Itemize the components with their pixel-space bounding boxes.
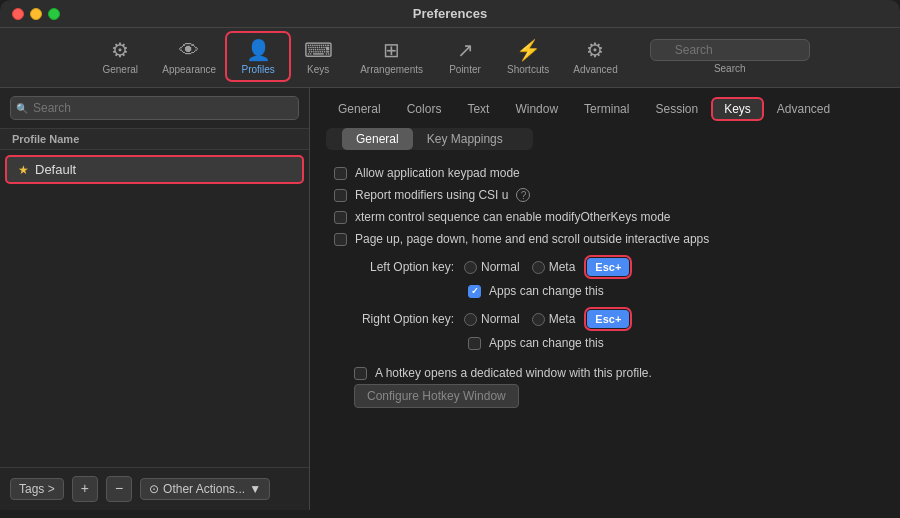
tab-text[interactable]: Text	[455, 98, 501, 120]
right-option-normal-label: Normal	[481, 312, 520, 326]
help-icon[interactable]: ?	[516, 188, 530, 202]
left-option-radio-group: Normal Meta Esc+	[464, 258, 629, 276]
tab-keys[interactable]: Keys	[712, 98, 763, 120]
toolbar-item-advanced[interactable]: ⚙ Advanced	[561, 34, 629, 79]
toolbar-item-keys[interactable]: ⌨ Keys	[288, 34, 348, 79]
checkbox-report-modifiers: Report modifiers using CSI u ?	[334, 188, 876, 202]
right-option-meta-radio[interactable]	[532, 313, 545, 326]
remove-profile-button[interactable]: −	[106, 476, 132, 502]
left-option-normal-label: Normal	[481, 260, 520, 274]
xterm-control-checkbox[interactable]	[334, 211, 347, 224]
right-apps-change-checkbox[interactable]	[468, 337, 481, 350]
subtab-general[interactable]: General	[342, 128, 413, 150]
right-apps-change-label: Apps can change this	[489, 336, 604, 350]
subtabs: General Key Mappings	[326, 128, 533, 150]
toolbar-label-shortcuts: Shortcuts	[507, 64, 549, 75]
tab-colors[interactable]: Colors	[395, 98, 454, 120]
right-option-key-label: Right Option key:	[334, 312, 454, 326]
tags-button[interactable]: Tags >	[10, 478, 64, 500]
toolbar-item-appearance[interactable]: 👁 Appearance	[150, 35, 228, 79]
tab-session[interactable]: Session	[643, 98, 710, 120]
other-actions-button[interactable]: ⊙ Other Actions... ▼	[140, 478, 270, 500]
page-scroll-label: Page up, page down, home and end scroll …	[355, 232, 709, 246]
checkbox-xterm-control: xterm control sequence can enable modify…	[334, 210, 876, 224]
sidebar-search-area	[0, 88, 309, 129]
left-option-esc-button[interactable]: Esc+	[587, 258, 629, 276]
left-apps-change-checkbox[interactable]	[468, 285, 481, 298]
toolbar-item-pointer[interactable]: ↗ Pointer	[435, 34, 495, 79]
xterm-control-label: xterm control sequence can enable modify…	[355, 210, 671, 224]
report-modifiers-checkbox[interactable]	[334, 189, 347, 202]
toolbar-search-input[interactable]	[650, 39, 810, 61]
hotkey-row: A hotkey opens a dedicated window with t…	[354, 366, 876, 380]
left-option-normal-radio[interactable]	[464, 261, 477, 274]
tab-general[interactable]: General	[326, 98, 393, 120]
toolbar-item-general[interactable]: ⚙ General	[90, 34, 150, 79]
sidebar-footer: Tags > + − ⊙ Other Actions... ▼	[0, 467, 309, 510]
sidebar-item-label: Default	[35, 162, 76, 177]
sidebar-search-wrapper	[10, 96, 299, 120]
other-actions-label: Other Actions...	[163, 482, 245, 496]
hotkey-label: A hotkey opens a dedicated window with t…	[375, 366, 652, 380]
checkbox-page-scroll: Page up, page down, home and end scroll …	[334, 232, 876, 246]
right-option-meta[interactable]: Meta	[532, 312, 576, 326]
toolbar-item-arrangements[interactable]: ⊞ Arrangements	[348, 34, 435, 79]
tab-terminal[interactable]: Terminal	[572, 98, 641, 120]
keyboard-icon: ⌨	[304, 38, 333, 62]
left-option-meta[interactable]: Meta	[532, 260, 576, 274]
person-icon: 👤	[246, 38, 271, 62]
dropdown-icon: ▼	[249, 482, 261, 496]
left-option-key-label: Left Option key:	[334, 260, 454, 274]
allow-keypad-label: Allow application keypad mode	[355, 166, 520, 180]
pointer-icon: ↗	[457, 38, 474, 62]
right-option-key-row: Right Option key: Normal Meta Esc+	[334, 310, 876, 328]
left-option-meta-radio[interactable]	[532, 261, 545, 274]
minimize-button[interactable]	[30, 8, 42, 20]
titlebar: Preferences	[0, 0, 900, 28]
toolbar: ⚙ General 👁 Appearance 👤 Profiles ⌨ Keys…	[0, 28, 900, 88]
close-button[interactable]	[12, 8, 24, 20]
subtab-key-mappings[interactable]: Key Mappings	[413, 128, 517, 150]
toolbar-item-profiles[interactable]: 👤 Profiles	[228, 34, 288, 79]
tab-advanced[interactable]: Advanced	[765, 98, 842, 120]
right-apps-change-row: Apps can change this	[468, 336, 876, 350]
sidebar-list-header: Profile Name	[0, 129, 309, 150]
right-option-normal-radio[interactable]	[464, 313, 477, 326]
hotkey-checkbox[interactable]	[354, 367, 367, 380]
left-apps-change-row: Apps can change this	[468, 284, 876, 298]
right-option-radio-group: Normal Meta Esc+	[464, 310, 629, 328]
configure-hotkey-button[interactable]: Configure Hotkey Window	[354, 384, 519, 408]
advanced-icon: ⚙	[586, 38, 604, 62]
add-profile-button[interactable]: +	[72, 476, 98, 502]
toolbar-item-shortcuts[interactable]: ⚡ Shortcuts	[495, 34, 561, 79]
left-option-normal[interactable]: Normal	[464, 260, 520, 274]
main-area: Profile Name ★ Default Tags > + − ⊙ Othe…	[0, 88, 900, 510]
toolbar-search-wrapper	[650, 39, 810, 61]
main-tabs: General Colors Text Window Terminal Sess…	[310, 98, 900, 120]
sidebar: Profile Name ★ Default Tags > + − ⊙ Othe…	[0, 88, 310, 510]
gear-icon: ⚙	[111, 38, 129, 62]
left-option-meta-label: Meta	[549, 260, 576, 274]
sidebar-list: ★ Default	[0, 150, 309, 467]
left-apps-change-label: Apps can change this	[489, 284, 604, 298]
toolbar-label-pointer: Pointer	[449, 64, 481, 75]
sidebar-search-input[interactable]	[10, 96, 299, 120]
toolbar-label-keys: Keys	[307, 64, 329, 75]
page-scroll-checkbox[interactable]	[334, 233, 347, 246]
toolbar-label-profiles: Profiles	[242, 64, 275, 75]
report-modifiers-label: Report modifiers using CSI u	[355, 188, 508, 202]
toolbar-search-label: Search	[714, 63, 746, 74]
tab-window[interactable]: Window	[503, 98, 570, 120]
arrangements-icon: ⊞	[383, 38, 400, 62]
allow-keypad-checkbox[interactable]	[334, 167, 347, 180]
right-option-esc-button[interactable]: Esc+	[587, 310, 629, 328]
traffic-lights	[12, 8, 60, 20]
right-option-meta-label: Meta	[549, 312, 576, 326]
content-area: General Colors Text Window Terminal Sess…	[310, 88, 900, 510]
other-actions-icon: ⊙	[149, 482, 159, 496]
toolbar-label-general: General	[102, 64, 138, 75]
maximize-button[interactable]	[48, 8, 60, 20]
right-option-normal[interactable]: Normal	[464, 312, 520, 326]
window-title: Preferences	[413, 6, 487, 21]
sidebar-item-default[interactable]: ★ Default	[6, 156, 303, 183]
